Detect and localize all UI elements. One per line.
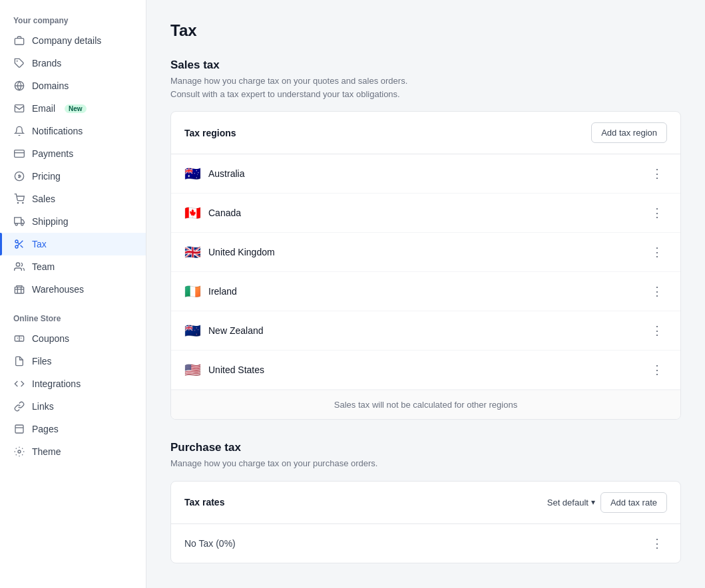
sidebar-item-label-tax: Tax — [32, 239, 47, 249]
sidebar-item-team[interactable]: Team — [0, 255, 146, 278]
flag-us: 🇺🇸 — [184, 364, 200, 376]
sidebar-item-coupons[interactable]: Coupons — [0, 327, 146, 350]
sidebar-item-label-pages: Pages — [32, 424, 59, 434]
tax-regions-title: Tax regions — [184, 128, 236, 138]
svg-point-13 — [15, 240, 18, 243]
region-name-uk: United Kingdom — [208, 247, 647, 257]
sidebar-item-files[interactable]: Files — [0, 350, 146, 372]
tax-regions-footer: Sales tax will not be calculated for oth… — [171, 390, 680, 419]
tax-regions-header: Tax regions Add tax region — [171, 112, 680, 154]
scissors-icon — [13, 238, 25, 250]
svg-line-16 — [21, 245, 23, 248]
svg-rect-3 — [15, 105, 23, 112]
no-tax-label: No Tax (0%) — [184, 538, 236, 549]
sidebar-item-label-team: Team — [32, 261, 55, 272]
svg-point-1 — [17, 61, 18, 62]
sidebar-item-payments[interactable]: Payments — [0, 142, 146, 165]
set-default-button[interactable]: Set default ▾ — [547, 498, 595, 508]
svg-rect-4 — [15, 150, 25, 158]
svg-point-9 — [23, 202, 23, 203]
tax-rates-actions: Set default ▾ Add tax rate — [547, 492, 667, 513]
sidebar-item-pages[interactable]: Pages — [0, 418, 146, 440]
sidebar-item-sales[interactable]: Sales — [0, 188, 146, 210]
sidebar-item-label-company-details: Company details — [32, 35, 101, 46]
region-name-australia: Australia — [208, 168, 647, 179]
more-options-uk[interactable]: ⋮ — [647, 243, 667, 261]
svg-point-14 — [15, 245, 18, 248]
sidebar-item-shipping[interactable]: Shipping — [0, 210, 146, 233]
more-options-nz[interactable]: ⋮ — [647, 322, 667, 339]
sidebar-item-warehouses[interactable]: Warehouses — [0, 278, 146, 301]
sidebar-item-label-shipping: Shipping — [32, 216, 69, 227]
region-row-nz: 🇳🇿 New Zealand ⋮ — [171, 311, 680, 351]
region-row-uk: 🇬🇧 United Kingdom ⋮ — [171, 233, 680, 272]
sidebar-item-tax[interactable]: Tax — [0, 233, 146, 255]
tax-rates-header: Tax rates Set default ▾ Add tax rate — [171, 482, 680, 524]
more-options-australia[interactable]: ⋮ — [647, 165, 667, 182]
purchase-tax-title: Purchase tax — [170, 441, 681, 454]
sidebar: Your company Company details Brands Doma… — [0, 0, 146, 588]
tax-rates-title: Tax rates — [184, 497, 224, 508]
region-name-nz: New Zealand — [208, 325, 647, 336]
sidebar-item-theme[interactable]: Theme — [0, 440, 146, 463]
sidebar-item-domains[interactable]: Domains — [0, 74, 146, 97]
sales-tax-section: Sales tax Manage how you charge tax on y… — [170, 59, 681, 420]
region-name-canada: Canada — [208, 208, 647, 218]
region-name-us: United States — [208, 365, 647, 375]
svg-rect-10 — [15, 218, 21, 223]
svg-point-26 — [18, 450, 21, 453]
flag-uk: 🇬🇧 — [184, 246, 200, 258]
svg-rect-19 — [15, 287, 23, 293]
team-icon — [13, 261, 25, 273]
set-default-label: Set default — [547, 498, 588, 508]
sales-tax-desc-line2: Consult with a tax expert to understand … — [170, 89, 400, 99]
sidebar-item-label-files: Files — [32, 356, 52, 367]
bell-icon — [13, 125, 25, 137]
no-tax-row: No Tax (0%) ⋮ — [171, 524, 680, 563]
sidebar-item-pricing[interactable]: Pricing — [0, 165, 146, 188]
flag-australia: 🇦🇺 — [184, 168, 200, 180]
sidebar-item-label-notifications: Notifications — [32, 126, 83, 136]
sidebar-item-label-integrations: Integrations — [32, 378, 81, 389]
purchase-tax-section: Purchase tax Manage how you charge tax o… — [170, 441, 681, 563]
globe-icon — [13, 80, 25, 92]
dollar-circle-icon — [13, 170, 25, 182]
svg-rect-24 — [15, 425, 23, 433]
envelope-icon — [13, 102, 25, 114]
theme-icon — [13, 446, 25, 458]
sidebar-item-notifications[interactable]: Notifications — [0, 120, 146, 142]
sales-tax-title: Sales tax — [170, 59, 681, 72]
region-name-ireland: Ireland — [208, 286, 647, 297]
active-indicator — [0, 233, 2, 255]
more-options-us[interactable]: ⋮ — [647, 361, 667, 378]
sidebar-item-email[interactable]: Email New — [0, 97, 146, 120]
sidebar-item-label-domains: Domains — [32, 80, 69, 91]
svg-point-12 — [21, 223, 23, 225]
svg-point-18 — [16, 263, 19, 266]
tag-icon — [13, 57, 25, 69]
purchase-tax-description: Manage how you charge tax on your purcha… — [170, 457, 681, 470]
sidebar-item-brands[interactable]: Brands — [0, 52, 146, 74]
sidebar-item-company-details[interactable]: Company details — [0, 29, 146, 52]
sidebar-item-links[interactable]: Links — [0, 395, 146, 418]
page-title: Tax — [170, 21, 681, 40]
tax-rates-card: Tax rates Set default ▾ Add tax rate No … — [170, 481, 681, 563]
sidebar-item-label-links: Links — [32, 401, 54, 412]
pages-icon — [13, 423, 25, 435]
link-icon — [13, 400, 25, 412]
sidebar-item-integrations[interactable]: Integrations — [0, 372, 146, 395]
add-tax-region-button[interactable]: Add tax region — [591, 122, 667, 143]
more-options-canada[interactable]: ⋮ — [647, 204, 667, 221]
svg-point-11 — [15, 223, 17, 225]
svg-line-17 — [17, 242, 19, 244]
sidebar-item-label-warehouses: Warehouses — [32, 284, 84, 295]
more-options-ireland[interactable]: ⋮ — [647, 283, 667, 300]
sidebar-item-label-coupons: Coupons — [32, 333, 69, 344]
online-store-section-title: Online Store — [0, 309, 146, 327]
flag-ireland: 🇮🇪 — [184, 285, 200, 297]
app-layout: Your company Company details Brands Doma… — [0, 0, 705, 588]
more-options-no-tax[interactable]: ⋮ — [647, 535, 667, 552]
add-tax-rate-button[interactable]: Add tax rate — [600, 492, 667, 513]
tax-regions-card: Tax regions Add tax region 🇦🇺 Australia … — [170, 111, 681, 420]
coupon-icon — [13, 333, 25, 345]
